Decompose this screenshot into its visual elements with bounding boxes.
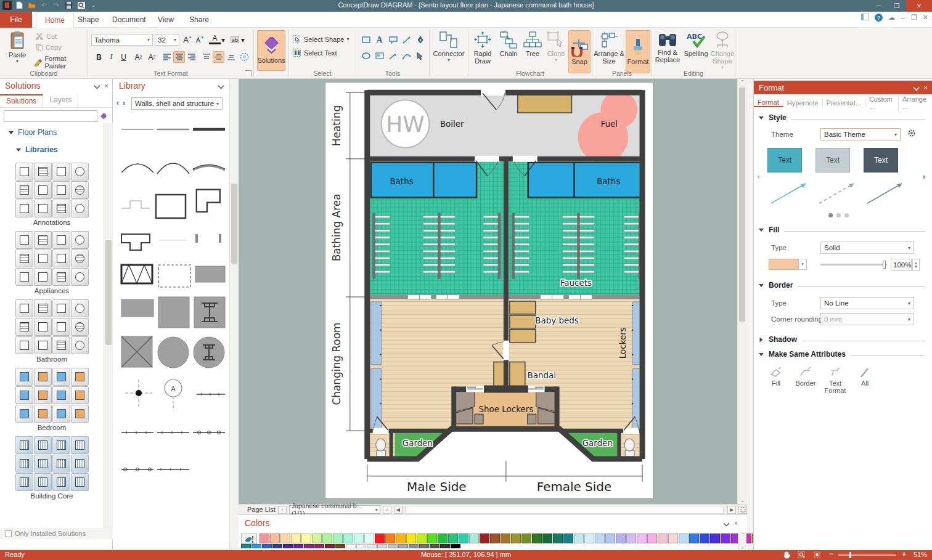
collapse-triangle-icon[interactable]: [760, 337, 763, 342]
library-thumbnail[interactable]: [15, 318, 33, 336]
doc-close-icon[interactable]: ✕: [923, 14, 928, 22]
text-format-dialog-launcher[interactable]: [245, 70, 251, 76]
library-thumbnail[interactable]: [71, 368, 89, 386]
library-thumbnail[interactable]: [34, 163, 52, 181]
canvas-vertical-scrollbar[interactable]: ⌃ ⌄: [737, 79, 747, 504]
ellipse-tool[interactable]: [360, 50, 372, 62]
library-thumbnail[interactable]: [71, 318, 89, 336]
theme-settings-gear-icon[interactable]: [907, 128, 917, 140]
panel-layout-icon[interactable]: [861, 14, 869, 22]
color-swatch[interactable]: [595, 534, 605, 543]
color-swatch[interactable]: [322, 534, 332, 543]
color-swatch[interactable]: [563, 534, 573, 543]
collapse-triangle-icon[interactable]: [759, 116, 764, 120]
scrollbar-thumb[interactable]: [105, 240, 112, 345]
library-thumbnail[interactable]: [52, 163, 70, 181]
cut-button[interactable]: Cut: [36, 33, 57, 40]
library-thumbnail[interactable]: [71, 455, 89, 473]
horizontal-scrollbar[interactable]: [405, 506, 724, 514]
next-page-button[interactable]: ›: [383, 506, 391, 514]
boiler-equipment[interactable]: [518, 95, 572, 113]
only-installed-checkbox[interactable]: [5, 530, 12, 537]
library-thumbnail[interactable]: [34, 299, 52, 317]
library-thumbnail[interactable]: [34, 455, 52, 473]
menu-tab-share[interactable]: Share: [181, 12, 218, 28]
color-swatch[interactable]: [430, 544, 439, 548]
color-swatch[interactable]: [637, 534, 647, 543]
color-swatch[interactable]: [406, 534, 416, 543]
fit-page-icon[interactable]: [738, 506, 747, 514]
library-thumbnail[interactable]: [34, 473, 52, 491]
library-thumbnail[interactable]: [71, 268, 89, 286]
arrange-size-button[interactable]: Arrange & Size: [594, 31, 624, 75]
collapse-triangle-icon[interactable]: [9, 131, 14, 134]
color-swatch[interactable]: [325, 544, 335, 548]
library-thumbnail[interactable]: [52, 368, 70, 386]
color-swatch[interactable]: [605, 534, 615, 543]
fill-opacity-slider[interactable]: [820, 264, 887, 266]
library-thumbnail[interactable]: [71, 473, 89, 491]
library-thumbnail[interactable]: [15, 250, 33, 267]
library-thumbnail[interactable]: [52, 318, 70, 336]
hypernote-tab[interactable]: Hypernote: [783, 99, 823, 107]
library-thumbnail[interactable]: [52, 405, 70, 423]
baths-female[interactable]: [528, 163, 642, 198]
highlight-dropdown[interactable]: ▾: [240, 34, 246, 46]
library-back-icon[interactable]: ‹: [116, 99, 119, 107]
help-icon[interactable]: ?: [875, 14, 883, 22]
library-thumbnail[interactable]: [71, 386, 89, 404]
library-thumbnail[interactable]: [52, 268, 70, 286]
tree-button[interactable]: Tree: [521, 31, 544, 75]
select-text-button[interactable]: Select Text: [293, 49, 337, 57]
library-thumbnail[interactable]: [34, 386, 52, 404]
rapid-draw-button[interactable]: Rapid Draw: [470, 31, 496, 75]
tree-item-libraries[interactable]: Libraries: [16, 145, 58, 154]
lockers-left[interactable]: [371, 302, 382, 365]
theme-preview[interactable]: Text: [816, 148, 850, 172]
pin-icon[interactable]: [723, 520, 729, 526]
library-thumbnail[interactable]: [71, 163, 89, 181]
solutions-scrollbar[interactable]: ⌄: [104, 123, 113, 537]
hscroll-left-icon[interactable]: ◀: [394, 506, 403, 514]
color-swatch[interactable]: [647, 534, 657, 543]
color-swatch[interactable]: [469, 534, 479, 543]
library-thumbnail[interactable]: [71, 436, 89, 454]
connector-button[interactable]: Connector▾: [432, 31, 465, 72]
callout-tool[interactable]: [387, 34, 399, 46]
color-swatch[interactable]: [283, 544, 293, 548]
color-swatch[interactable]: [333, 534, 343, 543]
pan-hand-icon[interactable]: [783, 551, 790, 560]
doc-restore-icon[interactable]: ❐: [911, 14, 917, 22]
format-tab[interactable]: Format: [754, 99, 783, 107]
color-swatch[interactable]: [451, 544, 460, 548]
font-family-combo[interactable]: Tahoma▾: [91, 34, 153, 46]
color-swatch[interactable]: [398, 544, 408, 548]
library-scrollbar[interactable]: [229, 79, 239, 549]
baths-male[interactable]: [371, 163, 476, 198]
library-thumbnail[interactable]: [15, 473, 33, 491]
color-swatch[interactable]: [396, 534, 406, 543]
fill-type-dropdown[interactable]: Solid▾: [820, 241, 914, 254]
color-swatch[interactable]: [272, 544, 282, 548]
color-style-button[interactable]: [241, 534, 257, 544]
color-swatch[interactable]: [417, 534, 427, 543]
superscript-button[interactable]: A2: [133, 51, 144, 63]
same-border-button[interactable]: Border: [792, 366, 819, 394]
library-thumbnail[interactable]: [15, 386, 33, 404]
find-replace-button[interactable]: Find & Replace: [653, 31, 682, 75]
library-thumbnail[interactable]: [34, 405, 52, 423]
copy-button[interactable]: Copy: [36, 44, 62, 51]
color-swatch[interactable]: [700, 534, 709, 543]
color-swatch[interactable]: [304, 544, 314, 548]
color-swatch[interactable]: [251, 544, 261, 548]
color-swatch[interactable]: [343, 534, 353, 543]
color-swatch[interactable]: [293, 544, 303, 548]
textbox-tool[interactable]: [374, 50, 385, 62]
library-thumbnail[interactable]: [34, 231, 52, 249]
pin-icon[interactable]: [913, 84, 919, 91]
bold-button[interactable]: B: [93, 51, 105, 63]
theme-dropdown[interactable]: Basic Theme▾: [820, 128, 901, 140]
curve-tool[interactable]: [401, 50, 412, 62]
library-thumbnail[interactable]: [15, 336, 33, 354]
format-painter-button[interactable]: Format Painter: [34, 55, 88, 70]
